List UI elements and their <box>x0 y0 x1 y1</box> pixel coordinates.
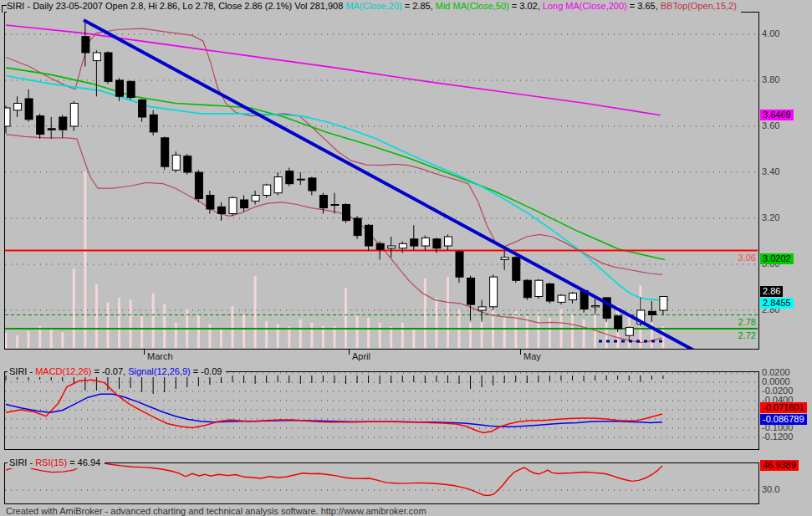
panel-title-segment: MACD(12,26) <box>35 366 91 376</box>
price-axis-tick: 3.40 <box>762 166 779 177</box>
candle-body <box>161 138 169 166</box>
candle-body <box>365 225 373 246</box>
volume-bar <box>50 330 53 348</box>
price-chart-panel[interactable] <box>4 12 759 350</box>
price-axis-badge: 2.8455 <box>760 298 794 309</box>
candle-body <box>263 185 271 195</box>
volume-bar <box>583 319 585 348</box>
panel-title-segment: = 46.94 <box>67 457 100 467</box>
volume-bar <box>310 323 313 348</box>
price-axis-tick: 4.00 <box>762 28 779 39</box>
ma200-line <box>6 25 661 115</box>
rsi-axis-badge: 46.9389 <box>760 460 799 471</box>
candle-body <box>37 116 44 135</box>
candle-body <box>558 295 565 302</box>
candle-body <box>150 115 157 132</box>
volume-bar <box>401 323 404 348</box>
candle-body <box>535 280 543 296</box>
candle-body <box>513 258 520 281</box>
candle-body <box>309 178 316 191</box>
candle-body <box>376 243 384 249</box>
volume-bar <box>232 306 234 348</box>
trendline <box>84 20 694 350</box>
candle-body <box>252 196 259 202</box>
volume-bar <box>152 294 155 348</box>
macd-axis-tick: -0.1200 <box>762 432 793 442</box>
panel-border <box>5 463 759 504</box>
date-axis[interactable]: MarchAprilMay <box>0 350 812 362</box>
panel-title-segment: SIRI - <box>9 366 35 376</box>
candle-body <box>626 328 633 336</box>
candle-body <box>70 104 78 127</box>
chart-title-segment: MA(Close,20) <box>345 1 401 11</box>
price-axis-tick: 3.80 <box>762 74 779 85</box>
volume-bar <box>118 298 120 348</box>
panel-title-segment: = -0.07, <box>91 366 128 376</box>
month-label: April <box>352 351 370 361</box>
candle-body <box>82 37 89 53</box>
chart-title-segment: = 2.85, <box>402 1 436 11</box>
volume-bar <box>537 313 539 348</box>
volume-bar <box>526 316 529 348</box>
price-axis-badge: 3.0202 <box>760 253 794 264</box>
rsi-panel[interactable] <box>4 462 759 504</box>
candle-body <box>569 293 577 299</box>
chart-title-segment: = 3.65, <box>627 1 661 11</box>
rsi-axis-tick: 30.0 <box>762 484 779 495</box>
panel-title-segment: SIRI - <box>9 457 35 467</box>
candle-body <box>241 200 248 208</box>
month-tick-mark <box>349 350 350 355</box>
candle-body <box>399 243 406 248</box>
candle-body <box>297 179 304 180</box>
month-tick-mark <box>520 350 521 355</box>
volume-bar <box>299 319 302 348</box>
chart-title: SIRI - Daily 23-05-2007 Open 2.8, Hi 2.8… <box>7 1 741 13</box>
amibroker-chart-window: SIRI - Daily 23-05-2007 Open 2.8, Hi 2.8… <box>0 0 812 516</box>
candle-body <box>343 205 350 221</box>
candle-body <box>105 53 112 81</box>
volume-bar <box>379 323 381 348</box>
volume-bar <box>28 331 30 348</box>
candle-body <box>490 277 498 307</box>
macd-axis-badge: -0.086789 <box>760 414 807 425</box>
chart-title-segment: SIRI - Daily 23-05-2007 Open 2.8, Hi 2.8… <box>7 1 345 11</box>
volume-bar <box>356 314 359 348</box>
candle-body <box>445 237 452 246</box>
month-label: March <box>147 351 173 361</box>
volume-bar <box>84 171 86 348</box>
volume-bar <box>481 319 483 348</box>
candle-body <box>274 177 282 193</box>
volume-bar <box>140 316 143 348</box>
candle-body <box>127 81 135 97</box>
candle-body <box>615 316 622 329</box>
candle-body <box>229 197 237 213</box>
macd-panel[interactable] <box>4 371 759 450</box>
panel-title-segment: = -0.09 <box>191 366 222 376</box>
volume-bar <box>571 314 574 348</box>
candle-body <box>546 284 554 301</box>
macd-panel-title: SIRI - MACD(12,26) = -0.07, Signal(12,26… <box>8 366 226 377</box>
volume-bar <box>447 277 449 348</box>
candle-body <box>4 108 10 126</box>
volume-bar <box>243 314 245 348</box>
candle-body <box>195 172 202 199</box>
panel-title-segment: RSI(15) <box>35 457 67 467</box>
rsi-panel-title: SIRI - RSI(15) = 46.94 <box>8 457 105 468</box>
candle-body <box>411 239 418 246</box>
candle-body <box>25 99 33 120</box>
candle-body <box>648 311 656 314</box>
volume-bar <box>197 314 200 348</box>
candle-body <box>354 218 361 236</box>
hline-value-label: 3.06 <box>701 253 756 263</box>
chart-title-segment: Long MA(Close,200) <box>543 1 627 11</box>
candle-body <box>456 252 463 277</box>
candle-body <box>660 297 667 311</box>
panel-corner-bracket <box>2 5 7 13</box>
volume-bar <box>469 323 472 348</box>
volume-bar <box>175 323 177 348</box>
month-label: May <box>523 351 541 361</box>
candle-body <box>14 104 22 110</box>
candle-body <box>592 306 600 307</box>
volume-bar <box>130 299 132 348</box>
price-axis-tick: 3.60 <box>762 120 779 131</box>
